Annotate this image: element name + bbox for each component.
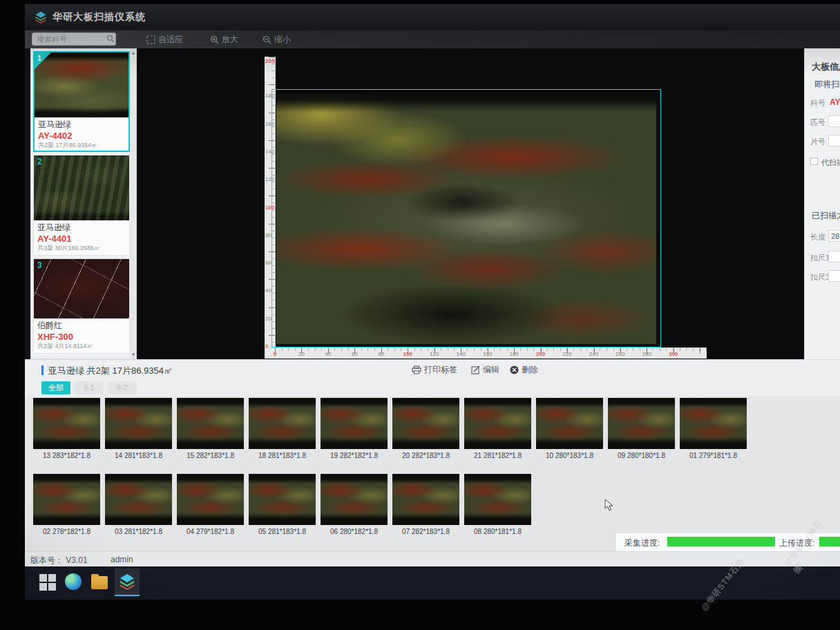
search-input[interactable] [32, 32, 116, 46]
zoom-in-icon [210, 35, 219, 44]
slab-photo[interactable] [105, 474, 172, 525]
slab-photo[interactable] [392, 398, 459, 449]
slab-cell[interactable]: 10 280*183*1.8 [536, 398, 603, 459]
file-explorer-icon[interactable] [91, 573, 109, 591]
slab-cell[interactable]: 20 282*183*1.8 [392, 398, 459, 459]
slab-photo[interactable] [177, 474, 244, 525]
slab-caption: 06 280*182*1.8 [321, 528, 388, 535]
slab-photo[interactable] [105, 398, 172, 449]
slab-grid: 13 283*182*1.814 281*183*1.815 282*183*1… [25, 397, 840, 551]
tab-9-1[interactable]: 9-1 [75, 381, 104, 394]
length-input[interactable] [828, 230, 840, 242]
windows-start-icon[interactable] [39, 573, 57, 591]
slab-photo[interactable] [464, 474, 531, 525]
slabno-label: 片号 [810, 137, 825, 147]
proxy-scan-checkbox[interactable] [810, 158, 818, 165]
slab-cell[interactable]: 21 281*182*1.8 [464, 398, 531, 459]
edit-button[interactable]: 编辑 [471, 364, 499, 376]
slab-cell[interactable]: 03 281*182*1.8 [105, 474, 172, 535]
edit-label-text: 编辑 [483, 364, 499, 376]
slab-photo[interactable] [321, 474, 388, 525]
h-ruler-label: 200 [536, 351, 545, 357]
h-ruler-label: 140 [457, 351, 466, 357]
slab-cell[interactable]: 15 282*183*1.8 [177, 398, 244, 459]
stone-summary: 共2架 17片86.9354㎡ [35, 141, 128, 151]
mouse-cursor [604, 499, 613, 511]
item-number: 3 [37, 260, 42, 270]
stone-code: XHF-300 [34, 332, 129, 342]
slab-cell[interactable]: 01 279*181*1.8 [680, 398, 747, 459]
scan-canvas[interactable]: 205180160140120100806040200 020406080100… [137, 48, 804, 359]
user-text: admin [111, 555, 133, 564]
slab-cell[interactable]: 02 278*182*1.8 [33, 474, 100, 535]
slab-cell[interactable]: 07 282*183*1.8 [392, 474, 459, 535]
scanned-slab-image[interactable] [276, 95, 656, 344]
slab-cell[interactable]: 14 281*183*1.8 [105, 398, 172, 459]
print-label-button[interactable]: 打印标签 [412, 364, 457, 376]
zoom-out-button[interactable]: 缩小 [262, 33, 291, 46]
batch-value: AY [830, 97, 840, 107]
slab-cell[interactable]: 18 281*183*1.8 [249, 398, 316, 459]
slab-cell[interactable]: 04 279*182*1.8 [177, 474, 244, 535]
printer-icon [412, 365, 421, 374]
deduct1-input[interactable] [828, 251, 840, 262]
tab-9-2[interactable]: 9-2 [108, 381, 137, 394]
sidebar-scrollbar[interactable]: ▲ ▼ [130, 49, 136, 359]
slab-cell[interactable]: 05 281*183*1.8 [249, 474, 316, 535]
slab-photo[interactable] [680, 398, 747, 449]
slab-caption: 18 281*183*1.8 [249, 452, 316, 459]
scan-next-section: 即将扫描 [814, 79, 840, 90]
slab-photo[interactable] [33, 474, 100, 525]
h-ruler-label: 260 [615, 351, 624, 357]
slab-photo[interactable] [249, 474, 316, 525]
sidebar-item-xhf300[interactable]: 3 伯爵红 XHF-300 共2架 4片14.8114㎡ [33, 258, 130, 354]
panel-title: 大板信息 [812, 61, 840, 73]
stone-name: 亚马逊绿 [35, 117, 128, 131]
fit-button[interactable]: 自适应 [146, 33, 183, 46]
block-input[interactable] [828, 115, 840, 127]
sidebar-item-ay4402[interactable]: 1 亚马逊绿 AY-4402 共2架 17片86.9354㎡ [33, 51, 130, 152]
sidebar-item-ay4401[interactable]: 2 亚马逊绿 AY-4401 共3架 30片166.2686㎡ [33, 155, 130, 256]
h-ruler-label: 300 [669, 351, 678, 357]
collect-progress-bar [667, 537, 775, 546]
h-ruler-label: 0 [274, 351, 276, 357]
slab-photo[interactable] [536, 398, 603, 449]
slab-photo[interactable] [392, 474, 459, 525]
delete-button[interactable]: 删除 [510, 364, 538, 376]
slab-photo[interactable] [608, 398, 675, 449]
window-title: 华研大板扫描仪系统 [52, 11, 146, 23]
slabno-input[interactable] [828, 135, 840, 146]
scanned-section: 已扫描大板 [812, 210, 840, 222]
stone-code: AY-4402 [35, 131, 128, 141]
item-number: 2 [37, 157, 42, 166]
edge-browser-icon[interactable] [65, 573, 83, 591]
slab-photo[interactable] [33, 398, 100, 449]
scanner-app-taskbar-icon[interactable] [115, 569, 140, 596]
slab-cell[interactable]: 08 280*181*1.8 [464, 474, 531, 535]
sidebar: 1 亚马逊绿 AY-4402 共2架 17片86.9354㎡ 2 亚马逊绿 AY… [30, 48, 137, 359]
proxy-scan-label: 代扫描 [821, 158, 840, 168]
rack-tabs: 全部9-19-2 [25, 380, 840, 397]
slab-photo[interactable] [321, 398, 388, 449]
h-ruler-label: 280 [642, 351, 651, 357]
h-ruler-label: 240 [589, 351, 598, 357]
stone-code: AY-4401 [34, 233, 129, 244]
v-ruler-label: 205 [265, 58, 274, 64]
scroll-up-icon[interactable]: ▲ [131, 50, 136, 56]
tab-全部[interactable]: 全部 [41, 381, 70, 394]
h-ruler-label: 60 [352, 351, 358, 357]
slab-caption: 05 281*183*1.8 [249, 528, 316, 535]
slab-cell[interactable]: 13 283*182*1.8 [33, 398, 100, 459]
slab-photo[interactable] [464, 398, 531, 449]
slab-photo[interactable] [249, 398, 316, 449]
slab-photo[interactable] [177, 398, 244, 449]
slab-caption: 09 280*180*1.8 [608, 452, 675, 459]
slab-cell[interactable]: 09 280*180*1.8 [608, 398, 675, 459]
slab-cell[interactable]: 06 280*182*1.8 [321, 474, 388, 535]
v-ruler-label: 80 [265, 231, 271, 238]
h-ruler-label: 20 [298, 351, 305, 357]
slab-cell[interactable]: 19 282*182*1.8 [321, 398, 388, 459]
scroll-down-icon[interactable]: ▼ [131, 352, 136, 358]
zoom-in-button[interactable]: 放大 [210, 33, 238, 46]
deduct3-input[interactable] [828, 270, 840, 282]
